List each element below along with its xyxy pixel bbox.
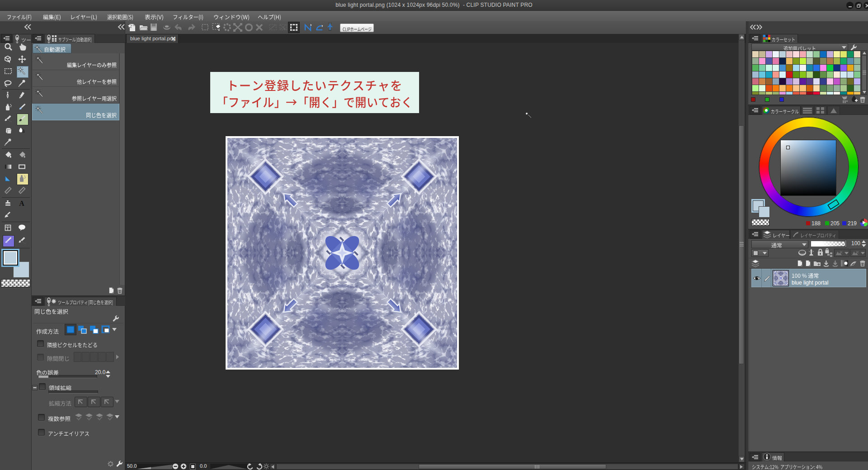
svg-text:A: A <box>19 199 24 207</box>
